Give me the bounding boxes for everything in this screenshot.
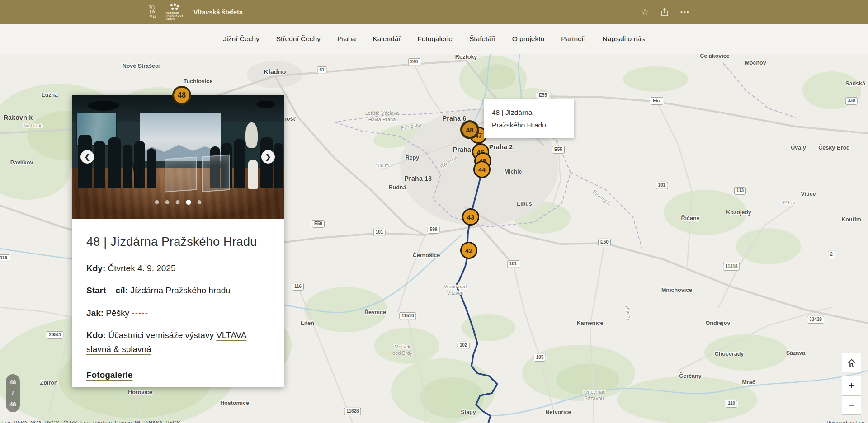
carousel-dot-2[interactable] [165, 200, 169, 204]
npu-logo: NÁRODNÍ PAMÁTKOVÝ ÚSTAV [166, 4, 184, 21]
powered-by-esri: Powered by Esri [826, 420, 864, 423]
nav-item-kalend-[interactable]: Kalendář [373, 35, 401, 43]
fotogalerie-link[interactable]: Fotogalerie [86, 370, 132, 380]
feature-popup-card: 48 ❮ ❯ 48 | Jízdárna Pražského Hradu Kdy… [72, 95, 284, 387]
nav-item-praha[interactable]: Praha [337, 35, 356, 43]
npu-logo-mark [170, 4, 179, 10]
field-value: Pěšky [104, 308, 132, 318]
carousel-next-button[interactable]: ❯ [261, 150, 275, 164]
main-navigation: Jižní ČechyStřední ČechyPrahaKalendářFot… [0, 24, 868, 54]
pager-total: 48 [10, 401, 16, 408]
nav-item-partne-i[interactable]: Partneři [561, 35, 585, 43]
popup-field: Jak: Pěšky ----- [86, 306, 269, 320]
map-marker-44[interactable]: 44 [473, 161, 491, 178]
carousel-prev-button[interactable]: ❮ [80, 150, 94, 164]
field-value: Jízdárna Pražského hradu [128, 286, 231, 295]
field-value: Čtvrtek 4. 9. 2025 [105, 263, 175, 273]
map-marker-43[interactable]: 43 [462, 208, 479, 226]
zoom-out-button[interactable]: − [842, 395, 861, 415]
map-marker-42[interactable]: 42 [460, 242, 477, 259]
feature-pager[interactable]: 48 / 48 [6, 374, 20, 412]
npu-logo-text: NÁRODNÍ PAMÁTKOVÝ ÚSTAV [166, 12, 184, 21]
popup-field: Start – cíl: Jízdárna Pražského hradu [86, 284, 269, 297]
favorite-star-icon[interactable]: ☆ [641, 8, 649, 16]
app-header: Vl tá va NÁRODNÍ PAMÁTKOVÝ ÚSTAV Vltavsk… [0, 0, 868, 24]
more-options-icon[interactable]: ••• [680, 9, 690, 15]
feature-number-badge: 48 [172, 86, 191, 105]
carousel-dot-5[interactable] [197, 200, 201, 204]
home-extent-button[interactable] [842, 353, 861, 372]
figure-in-white [248, 160, 258, 189]
carousel-dot-4[interactable] [186, 200, 191, 205]
share-icon[interactable] [660, 8, 669, 17]
field-label: Jak: [86, 308, 104, 318]
map-marker-48[interactable]: 48 [460, 120, 479, 139]
vltava-logo: Vl tá va [149, 5, 156, 19]
map-tooltip: 48 | Jízdárna Pražského Hradu [484, 99, 574, 138]
nav-item-st-edn-echy[interactable]: Střední Čechy [276, 35, 321, 43]
pager-current: 48 [10, 379, 16, 385]
app-title: Vltavská štafeta [193, 9, 243, 16]
nav-item-napsali-o-n-s[interactable]: Napsali o nás [602, 35, 645, 43]
zoom-in-button[interactable]: + [842, 376, 861, 395]
field-label: Kdy: [86, 263, 105, 273]
carousel-dot-3[interactable] [175, 200, 179, 204]
carousel-dots [155, 200, 201, 205]
pager-separator: / [12, 390, 14, 396]
carousel-dot-1[interactable] [155, 200, 159, 204]
popup-title: 48 | Jízdárna Pražského Hradu [86, 235, 269, 249]
nav-item--tafet-i[interactable]: Štafetáři [469, 35, 495, 43]
field-dashes: ----- [132, 308, 148, 318]
nav-item-fotogalerie[interactable]: Fotogalerie [417, 35, 453, 43]
nav-item-o-projektu[interactable]: O projektu [512, 35, 545, 43]
popup-field: Kdo: Účastníci vernisáže výstavy VLTAVA … [86, 329, 269, 356]
map-attribution: Esri, NASA, NGA, USGS | ČÚZK, Esri, TomT… [1, 420, 180, 423]
field-value: Účastníci vernisáže výstavy [106, 330, 216, 340]
popup-field: Kdy: Čtvrtek 4. 9. 2025 [86, 262, 269, 275]
field-label: Start – cíl: [86, 286, 128, 295]
field-label: Kdo: [86, 330, 106, 340]
home-icon [847, 358, 857, 368]
carousel-photo: ❮ ❯ [72, 95, 284, 219]
nav-item-ji-n-echy[interactable]: Jižní Čechy [223, 35, 259, 43]
